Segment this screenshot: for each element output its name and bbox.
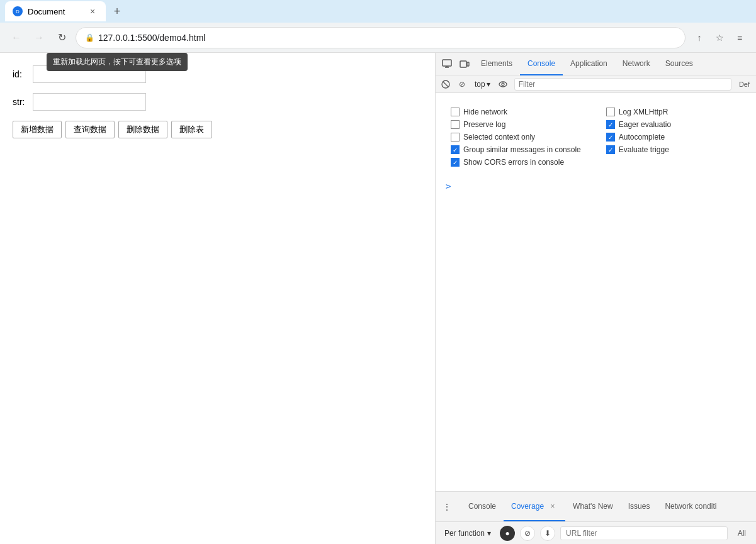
- svg-line-4: [443, 82, 448, 87]
- tab-bar: D Document × +: [0, 0, 756, 23]
- svg-rect-2: [467, 62, 469, 66]
- add-data-button[interactable]: 新增数据: [13, 121, 62, 138]
- preserve-log-label: Preserve log: [463, 120, 505, 129]
- bookmark-button[interactable]: ☆: [711, 29, 728, 47]
- tab-elements[interactable]: Elements: [473, 53, 520, 75]
- svg-rect-1: [460, 61, 466, 67]
- reload-button[interactable]: ↻ 重新加载此网页，按下可查看更多选项: [53, 29, 71, 47]
- show-cors-checkbox[interactable]: [451, 158, 460, 167]
- query-data-button[interactable]: 查询数据: [65, 121, 115, 138]
- url-text: 127.0.0.1:5500/demo4.html: [98, 33, 676, 43]
- selected-context-label: Selected context only: [463, 133, 535, 142]
- back-button[interactable]: ←: [8, 29, 25, 47]
- settings-left-col: Hide network Preserve log Selected conte…: [451, 106, 581, 169]
- eager-eval-label: Eager evaluatio: [619, 120, 671, 129]
- tab-close-button[interactable]: ×: [87, 6, 98, 17]
- forward-button[interactable]: →: [30, 29, 48, 47]
- eager-eval-checkbox[interactable]: [606, 120, 615, 129]
- devtools-tab-bar: Elements Console Application Network Sou…: [436, 53, 756, 75]
- setting-hide-network: Hide network: [451, 106, 581, 118]
- preserve-log-checkbox[interactable]: [451, 120, 460, 129]
- setting-group-similar: Group similar messages in console: [451, 143, 581, 156]
- console-content: Hide network Preserve log Selected conte…: [436, 93, 756, 491]
- main-content: id: str: 新增数据 查询数据 删除数据 删除表: [0, 53, 756, 544]
- bottom-drawer: ⋮ Console Coverage × What's New Issues: [436, 491, 756, 521]
- browser-menu-button[interactable]: ≡: [731, 29, 748, 47]
- coverage-url-filter[interactable]: [560, 526, 728, 540]
- id-input[interactable]: [33, 65, 146, 83]
- coverage-toolbar: Per function ▾ ● ⊘ ⬇ All: [436, 521, 756, 544]
- per-function-dropdown[interactable]: Per function ▾: [441, 528, 495, 539]
- drawer-tab-whats-new[interactable]: What's New: [565, 492, 621, 521]
- str-label: str:: [13, 97, 28, 107]
- setting-evaluate-trigger: Evaluate trigge: [606, 143, 671, 156]
- coverage-all-button[interactable]: All: [733, 528, 751, 539]
- str-form-row: str:: [13, 93, 422, 111]
- drawer-menu-button[interactable]: ⋮: [438, 498, 456, 516]
- share-button[interactable]: ↑: [691, 29, 708, 47]
- evaluate-trigger-checkbox[interactable]: [606, 145, 615, 154]
- log-xml-checkbox[interactable]: [606, 108, 615, 116]
- console-filter-icon[interactable]: ⊘: [454, 77, 470, 92]
- setting-preserve-log: Preserve log: [451, 118, 581, 131]
- drawer-tab-list: Console Coverage × What's New Issues Net…: [458, 492, 756, 521]
- tab-network[interactable]: Network: [615, 53, 658, 75]
- new-tab-button[interactable]: +: [108, 3, 126, 20]
- coverage-download-button[interactable]: ⬇: [540, 526, 555, 541]
- per-function-arrow: ▾: [487, 529, 491, 538]
- context-dropdown[interactable]: top ▾: [471, 79, 494, 90]
- hide-network-checkbox[interactable]: [451, 108, 460, 116]
- eye-button[interactable]: [495, 77, 511, 92]
- address-bar: ← → ↻ 重新加载此网页，按下可查看更多选项 🔒 127.0.0.1:5500…: [0, 23, 756, 53]
- coverage-tab-close[interactable]: ×: [548, 501, 558, 511]
- svg-point-5: [499, 82, 507, 87]
- hide-network-label: Hide network: [463, 108, 507, 116]
- tab-title: Document: [28, 7, 82, 16]
- str-input[interactable]: [33, 93, 146, 111]
- settings-row-1: Hide network Preserve log Selected conte…: [451, 106, 741, 169]
- browser-tab[interactable]: D Document ×: [5, 1, 106, 21]
- coverage-record-button[interactable]: ●: [500, 526, 515, 541]
- setting-eager-eval: Eager evaluatio: [606, 118, 671, 131]
- url-bar[interactable]: 🔒 127.0.0.1:5500/demo4.html: [76, 27, 685, 48]
- delete-table-button[interactable]: 删除表: [171, 121, 212, 138]
- drawer-tab-coverage[interactable]: Coverage ×: [504, 492, 565, 521]
- console-clear-button[interactable]: [438, 77, 453, 92]
- setting-show-cors: Show CORS errors in console: [451, 156, 581, 169]
- tab-sources[interactable]: Sources: [658, 53, 701, 75]
- group-similar-label: Group similar messages in console: [463, 145, 581, 154]
- inspect-element-button[interactable]: [438, 55, 456, 73]
- default-levels-button[interactable]: Def: [735, 79, 753, 89]
- tab-console[interactable]: Console: [520, 53, 563, 75]
- log-xml-label: Log XMLHttpR: [619, 108, 669, 116]
- setting-selected-context: Selected context only: [451, 131, 581, 143]
- svg-rect-0: [443, 60, 451, 66]
- show-cors-label: Show CORS errors in console: [463, 158, 564, 167]
- per-function-label: Per function: [444, 529, 485, 538]
- console-filter-input[interactable]: [514, 78, 731, 91]
- setting-log-xml: Log XMLHttpR: [606, 106, 671, 118]
- prompt-arrow: >: [446, 181, 451, 191]
- delete-data-button[interactable]: 删除数据: [118, 121, 167, 138]
- autocomplete-label: Autocomplete: [619, 133, 665, 142]
- tab-application[interactable]: Application: [563, 53, 615, 75]
- setting-autocomplete: Autocomplete: [606, 131, 671, 143]
- console-toolbar: ⊘ top ▾ Def: [436, 75, 756, 93]
- tab-favicon: D: [13, 6, 23, 16]
- console-settings: Hide network Preserve log Selected conte…: [441, 98, 751, 179]
- id-form-row: id:: [13, 65, 422, 83]
- settings-right-col: Log XMLHttpR Eager evaluatio Autocomplet…: [606, 106, 671, 169]
- lock-icon: 🔒: [85, 33, 94, 42]
- autocomplete-checkbox[interactable]: [606, 133, 615, 142]
- address-actions: ↑ ☆ ≡: [691, 29, 748, 47]
- drawer-tab-network-conditions[interactable]: Network conditi: [657, 492, 724, 521]
- group-similar-checkbox[interactable]: [451, 145, 460, 154]
- svg-point-6: [502, 83, 504, 86]
- drawer-tab-console[interactable]: Console: [461, 492, 504, 521]
- device-toolbar-button[interactable]: [456, 55, 473, 73]
- selected-context-checkbox[interactable]: [451, 133, 460, 142]
- evaluate-trigger-label: Evaluate trigge: [619, 145, 669, 154]
- drawer-tab-issues[interactable]: Issues: [621, 492, 658, 521]
- coverage-stop-button[interactable]: ⊘: [520, 526, 535, 541]
- browser-window: D Document × + ← → ↻ 重新加载此网页，按下可查看更多选项 🔒…: [0, 0, 756, 544]
